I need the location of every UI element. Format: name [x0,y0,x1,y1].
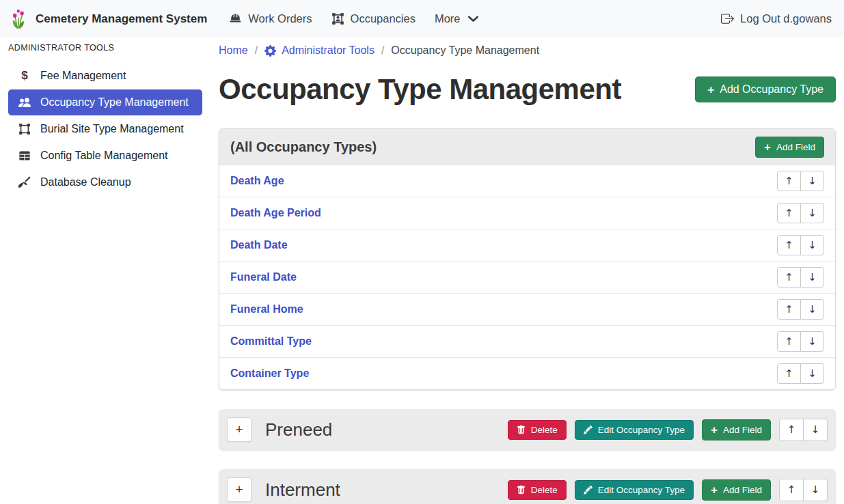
nav-item-label: Work Orders [248,12,312,25]
field-link[interactable]: Committal Type [230,335,312,348]
up-arrow-icon: ↑ [785,175,793,187]
section-actions: Delete Edit Occupancy Type + Add Field ↑… [508,479,828,501]
field-row-death-age-period: Death Age Period↑↓ [219,197,835,229]
card-header: (All Occupancy Types) + Add Field [219,129,835,165]
plus-icon: + [235,482,243,497]
move-down-button[interactable]: ↓ [803,419,828,441]
plus-icon: + [764,141,771,153]
field-link[interactable]: Container Type [230,367,309,380]
move-up-button[interactable]: ↑ [777,171,801,191]
nav-item-label: Occupancies [351,12,416,25]
edit-occupancy-type-label: Edit Occupancy Type [598,425,685,435]
add-field-label: Add Field [723,485,762,495]
edit-occupancy-type-button[interactable]: Edit Occupancy Type [575,480,694,500]
add-field-button[interactable]: + Add Field [702,419,771,440]
up-arrow-icon: ↑ [787,423,796,436]
reorder-group: ↑ ↓ [779,419,828,441]
breadcrumb-current: Occupancy Type Management [391,44,539,57]
move-up-button[interactable]: ↑ [777,331,801,352]
field-link[interactable]: Funeral Date [230,271,297,283]
section-interment: + Interment Delete Edit Occupancy Type +… [219,469,836,504]
sidebar-item-label: Occupancy Type Management [40,96,189,109]
reorder-group: ↑↓ [777,363,824,384]
sidebar-item-database-cleanup[interactable]: Database Cleanup [8,169,202,195]
pencil-icon [584,425,593,434]
plus-icon: + [711,424,718,436]
nav-item-work-orders[interactable]: Work Orders [219,12,321,25]
up-arrow-icon: ↑ [785,367,793,380]
field-row-funeral-date: Funeral Date↑↓ [219,261,835,293]
logout-label: Log Out d.gowans [740,12,832,25]
frame-icon [15,123,34,135]
field-row-death-date: Death Date↑↓ [219,229,835,261]
section-actions: Delete Edit Occupancy Type + Add Field ↑… [508,419,828,441]
reorder-group: ↑↓ [777,203,824,223]
dollar-icon: $ [15,70,34,82]
add-field-button[interactable]: + Add Field [702,479,771,501]
down-arrow-icon: ↓ [808,239,817,251]
move-down-button[interactable]: ↓ [800,203,824,223]
top-navbar: Cemetery Management System Work Orders O… [0,0,844,38]
reorder-group: ↑↓ [777,267,824,288]
sidebar-item-label: Database Cleanup [40,176,131,188]
sidebar-item-label: Config Table Management [40,150,168,162]
trash-icon [517,425,526,434]
add-occupancy-type-button[interactable]: + Add Occupancy Type [695,76,836,102]
logout-link[interactable]: Log Out d.gowans [711,12,833,25]
move-up-button[interactable]: ↑ [779,419,804,441]
add-field-button[interactable]: + Add Field [755,137,824,158]
move-up-button[interactable]: ↑ [777,299,801,320]
expand-section-button[interactable]: + [227,417,251,442]
breadcrumb-admin-tools-link[interactable]: Administrator Tools [264,44,375,57]
nav-item-more[interactable]: More [425,12,489,25]
delete-label: Delete [531,425,558,435]
field-link[interactable]: Funeral Home [230,303,303,316]
move-up-button[interactable]: ↑ [777,203,801,223]
up-arrow-icon: ↑ [785,207,793,219]
sidebar-item-fee-management[interactable]: $Fee Management [8,63,202,89]
down-arrow-icon: ↓ [808,335,817,348]
expand-section-button[interactable]: + [227,477,251,502]
move-up-button[interactable]: ↑ [777,235,801,255]
move-up-button[interactable]: ↑ [777,267,801,288]
move-down-button[interactable]: ↓ [800,299,824,320]
app-brand[interactable]: Cemetery Management System [11,8,207,30]
chevron-down-icon [467,12,480,25]
sidebar-item-config-table-management[interactable]: Config Table Management [8,143,202,169]
breadcrumb-separator: / [381,44,384,57]
field-link[interactable]: Death Age Period [230,207,321,219]
add-occupancy-type-label: Add Occupancy Type [720,83,823,96]
sidebar-item-burial-site-type-management[interactable]: Burial Site Type Management [8,116,202,142]
move-up-button[interactable]: ↑ [779,479,804,501]
down-arrow-icon: ↓ [811,484,820,496]
move-down-button[interactable]: ↓ [800,235,824,255]
edit-occupancy-type-button[interactable]: Edit Occupancy Type [575,420,694,440]
trash-icon [517,486,526,494]
nav-item-occupancies[interactable]: Occupancies [322,12,425,25]
reorder-group: ↑ ↓ [779,479,828,501]
up-arrow-icon: ↑ [785,335,793,348]
delete-button[interactable]: Delete [508,480,567,500]
move-down-button[interactable]: ↓ [803,479,828,501]
page-title: Occupancy Type Management [219,70,621,109]
field-link[interactable]: Death Age [230,175,284,187]
move-up-button[interactable]: ↑ [777,363,801,384]
field-row-death-age: Death Age↑↓ [219,165,835,197]
down-arrow-icon: ↓ [808,175,817,187]
delete-button[interactable]: Delete [508,420,567,440]
sidebar-heading: ADMINISTRATOR TOOLS [0,43,210,53]
add-field-label: Add Field [776,142,815,152]
breadcrumb: Home / Administrator Tools / Occupancy T… [219,43,836,58]
table-icon [15,150,34,162]
sidebar-item-label: Burial Site Type Management [40,123,184,135]
sidebar-item-occupancy-type-management[interactable]: Occupancy Type Management [8,89,202,115]
move-down-button[interactable]: ↓ [800,267,824,288]
field-link[interactable]: Death Date [230,239,288,251]
move-down-button[interactable]: ↓ [800,331,824,352]
sidebar: ADMINISTRATOR TOOLS $Fee ManagementOccup… [0,38,210,504]
hard-hat-icon [229,12,242,25]
move-down-button[interactable]: ↓ [800,363,824,384]
field-row-container-type: Container Type↑↓ [219,357,835,389]
move-down-button[interactable]: ↓ [800,171,824,191]
breadcrumb-home-link[interactable]: Home [219,44,248,57]
